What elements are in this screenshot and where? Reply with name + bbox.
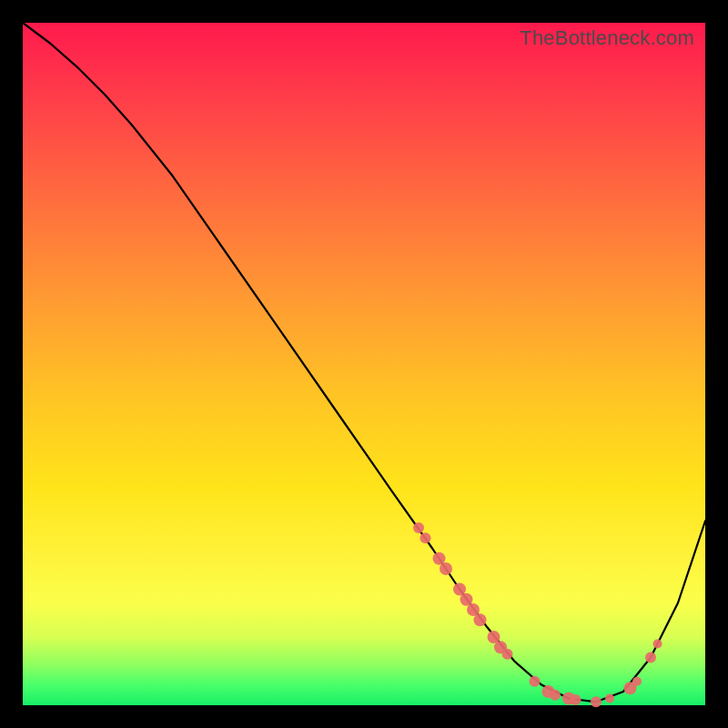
chart-frame: TheBottleneck.com [23,23,705,705]
data-marker [502,649,513,660]
data-marker [632,677,642,686]
data-marker [440,562,452,575]
data-marker [530,676,541,687]
data-marker [474,613,487,626]
data-marker [571,694,581,705]
data-marker [645,652,656,663]
data-marker [605,694,614,703]
bottleneck-curve [23,23,705,702]
chart-svg [23,23,705,705]
data-marker [653,640,662,649]
marker-group [413,522,662,707]
data-marker [550,690,561,701]
data-marker [420,532,431,543]
data-marker [413,522,424,533]
data-marker [591,696,602,707]
